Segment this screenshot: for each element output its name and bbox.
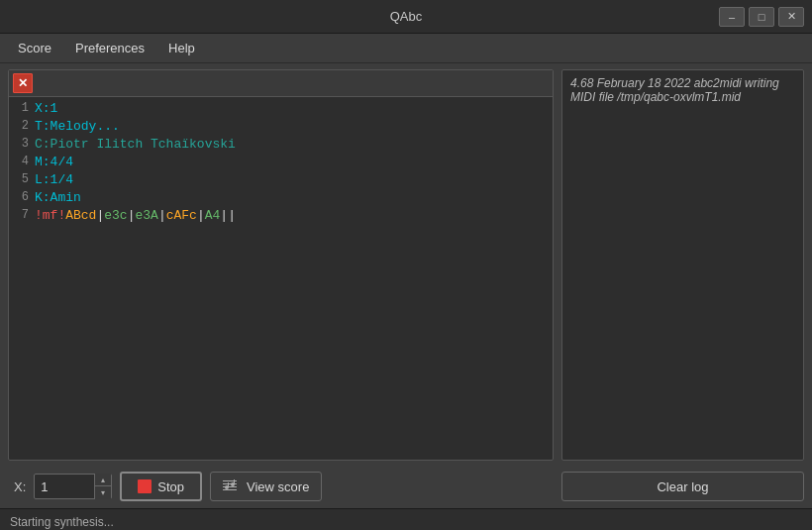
line-content-7: !mf!ABcd|e3c|e3A|cAFc|A4|| xyxy=(35,208,549,226)
code-line-7: 7 !mf!ABcd|e3c|e3A|cAFc|A4|| xyxy=(9,208,553,226)
editor-content[interactable]: 1 X:1 2 T:Melody... 3 C:Piotr Ilitch Tch… xyxy=(9,97,553,460)
minimize-button[interactable]: – xyxy=(719,7,745,27)
code-line-5: 5 L:1/4 xyxy=(9,172,553,190)
log-content: 4.68 February 18 2022 abc2midi writing M… xyxy=(562,70,803,460)
spinner-down-button[interactable]: ▾ xyxy=(95,486,111,499)
code-segment-bar3: | xyxy=(158,208,166,223)
stop-icon xyxy=(138,479,152,493)
code-line-4: 4 M:4/4 xyxy=(9,155,553,172)
stop-label: Stop xyxy=(157,479,184,494)
line-content-3: C:Piotr Ilitch Tchaïkovski xyxy=(35,137,549,155)
line-num-3: 3 xyxy=(13,137,29,155)
svg-rect-5 xyxy=(228,482,229,487)
code-line-6: 6 K:Amin xyxy=(9,190,553,208)
log-panel: 4.68 February 18 2022 abc2midi writing M… xyxy=(561,69,804,461)
clear-log-section: Clear log xyxy=(561,472,804,501)
spinner-up-button[interactable]: ▴ xyxy=(95,474,111,486)
line-num-5: 5 xyxy=(13,172,29,190)
x-input-group: ▴ ▾ xyxy=(34,474,112,499)
app-title: QAbc xyxy=(390,9,423,24)
menu-item-preferences[interactable]: Preferences xyxy=(65,38,154,58)
code-segment-notes5: A4 xyxy=(205,208,221,223)
line-num-2: 2 xyxy=(13,119,29,137)
maximize-button[interactable]: □ xyxy=(749,7,774,27)
status-text: Starting synthesis... xyxy=(10,515,114,529)
line-content-2: T:Melody... xyxy=(35,119,549,137)
code-line-3: 3 C:Piotr Ilitch Tchaïkovski xyxy=(9,137,553,155)
main-content: ✕ 1 X:1 2 T:Melody... 3 C:Piotr Ilitch T… xyxy=(0,63,812,465)
window-controls: – □ ✕ xyxy=(719,7,804,27)
line-num-1: 1 xyxy=(13,101,29,119)
code-segment-notes2: e3c xyxy=(104,208,127,223)
code-line-1: 1 X:1 xyxy=(9,101,553,119)
bottom-bar: X: ▴ ▾ Stop View score Clear log xyxy=(0,465,812,508)
code-segment-mf: !mf! xyxy=(35,208,65,223)
code-segment-bar4: | xyxy=(197,208,205,223)
line-num-4: 4 xyxy=(13,155,29,172)
code-segment-notes1: ABcd xyxy=(65,208,96,223)
line-content-1: X:1 xyxy=(35,101,549,119)
line-content-4: M:4/4 xyxy=(35,155,549,172)
menu-item-help[interactable]: Help xyxy=(158,38,205,58)
code-segment-notes4: cAFc xyxy=(166,208,197,223)
svg-rect-7 xyxy=(234,479,235,484)
line-content-5: L:1/4 xyxy=(35,172,549,190)
stop-button[interactable]: Stop xyxy=(120,472,202,501)
error-icon[interactable]: ✕ xyxy=(13,73,33,93)
x-input[interactable] xyxy=(35,479,94,494)
code-segment-notes3: e3A xyxy=(135,208,157,223)
status-bar: Starting synthesis... xyxy=(0,508,812,530)
x-label: X: xyxy=(14,479,26,494)
close-button[interactable]: ✕ xyxy=(778,7,804,27)
code-segment-bar5: || xyxy=(220,208,236,223)
menu-bar: Score Preferences Help xyxy=(0,34,812,63)
menu-item-score[interactable]: Score xyxy=(8,38,61,58)
editor-toolbar: ✕ xyxy=(9,70,553,97)
svg-rect-3 xyxy=(223,489,237,490)
editor-panel: ✕ 1 X:1 2 T:Melody... 3 C:Piotr Ilitch T… xyxy=(8,69,554,461)
clear-log-button[interactable]: Clear log xyxy=(561,472,804,501)
score-icon xyxy=(223,478,241,494)
view-score-button[interactable]: View score xyxy=(210,472,322,501)
line-num-6: 6 xyxy=(13,190,29,208)
line-num-7: 7 xyxy=(13,208,29,226)
line-content-6: K:Amin xyxy=(35,190,549,208)
code-line-2: 2 T:Melody... xyxy=(9,119,553,137)
title-bar: QAbc – □ ✕ xyxy=(0,0,812,34)
view-score-label: View score xyxy=(247,479,309,494)
spinner-buttons: ▴ ▾ xyxy=(94,474,111,499)
